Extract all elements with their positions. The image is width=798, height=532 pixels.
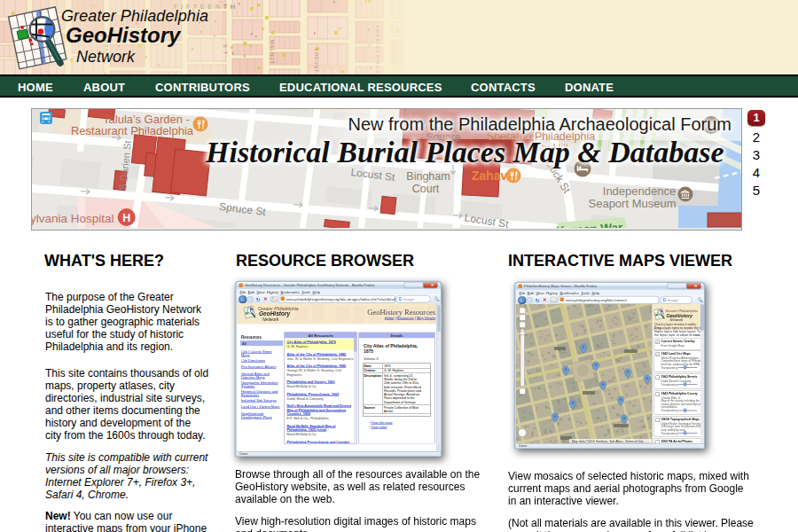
svg-text:H: H xyxy=(122,212,130,224)
svg-text:GeoHistory: GeoHistory xyxy=(66,23,182,47)
svg-text:Seaport Museum: Seaport Museum xyxy=(589,197,677,210)
svg-text:Independence: Independence xyxy=(603,184,676,198)
svg-text:Network: Network xyxy=(76,48,136,66)
svg-text:Greater Philadelphia: Greater Philadelphia xyxy=(61,7,208,25)
svg-text:Bingham: Bingham xyxy=(406,170,450,183)
svg-text:Map data ©2010 Sanborn, Tele A: Map data ©2010 Sanborn, Tele Atlas - Ter… xyxy=(572,440,644,443)
svg-text:ylvania Hospital: ylvania Hospital xyxy=(32,212,114,225)
svg-text:Court: Court xyxy=(412,183,440,195)
svg-text:Zahav: Zahav xyxy=(472,168,508,183)
